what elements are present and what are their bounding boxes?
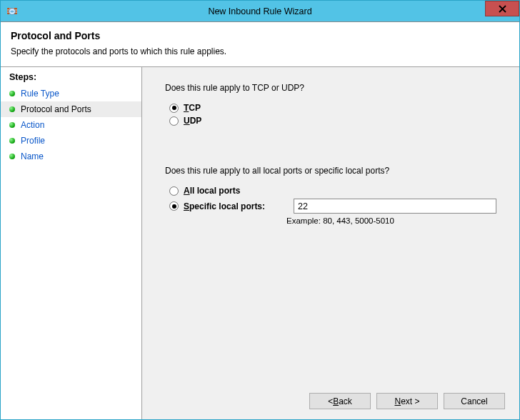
radio-udp[interactable]: UDP (169, 116, 496, 126)
titlebar[interactable]: New Inbound Rule Wizard (1, 1, 519, 22)
header: Protocol and Ports Specify the protocols… (1, 22, 519, 66)
step-name[interactable]: Name (1, 149, 141, 164)
step-label: Protocol and Ports (21, 104, 91, 114)
bullet-icon (9, 154, 15, 159)
ports-example: Example: 80, 443, 5000-5010 (286, 216, 496, 225)
back-button[interactable]: < Back (309, 393, 371, 409)
firewall-icon (6, 6, 18, 17)
bullet-icon (9, 122, 15, 128)
ports-group: All local ports Specific local ports: Ex… (169, 186, 496, 225)
step-label: Rule Type (21, 89, 59, 99)
radio-indicator (169, 201, 179, 211)
main-panel: Does this rule apply to TCP or UDP? TCP … (142, 67, 519, 419)
radio-label: Specific local ports: (184, 201, 282, 211)
radio-indicator (169, 186, 179, 196)
bullet-icon (9, 138, 15, 144)
steps-sidebar: Steps: Rule Type Protocol and Ports Acti… (1, 67, 142, 419)
radio-indicator (169, 104, 179, 113)
steps-heading: Steps: (1, 72, 141, 86)
step-action[interactable]: Action (1, 117, 141, 133)
step-label: Action (21, 120, 44, 130)
radio-specific-local-ports[interactable]: Specific local ports: (169, 199, 496, 214)
close-button[interactable] (485, 1, 519, 16)
step-rule-type[interactable]: Rule Type (1, 86, 141, 101)
radio-tcp[interactable]: TCP (169, 103, 496, 113)
protocol-group: TCP UDP (169, 103, 496, 129)
radio-label: UDP (184, 116, 201, 126)
close-icon (499, 5, 506, 13)
bullet-icon (9, 91, 15, 96)
ports-question: Does this rule apply to all local ports … (165, 166, 496, 176)
protocol-question: Does this rule apply to TCP or UDP? (165, 83, 496, 93)
radio-label: TCP (184, 103, 201, 113)
radio-label: All local ports (184, 186, 240, 196)
body: Steps: Rule Type Protocol and Ports Acti… (1, 67, 519, 419)
cancel-button[interactable]: Cancel (444, 393, 505, 409)
page-subtitle: Specify the protocols and ports to which… (11, 46, 509, 56)
page-title: Protocol and Ports (11, 30, 509, 41)
step-label: Profile (21, 136, 45, 146)
step-label: Name (21, 151, 44, 161)
radio-indicator (169, 116, 179, 126)
window-title: New Inbound Rule Wizard (1, 6, 519, 16)
step-profile[interactable]: Profile (1, 133, 141, 149)
radio-all-local-ports[interactable]: All local ports (169, 186, 496, 196)
wizard-window: New Inbound Rule Wizard Protocol and Por… (0, 0, 520, 420)
step-protocol-and-ports[interactable]: Protocol and Ports (1, 101, 141, 117)
button-bar: < Back Next > Cancel (309, 393, 505, 409)
specific-ports-input[interactable] (294, 199, 496, 214)
next-button[interactable]: Next > (376, 393, 438, 409)
bullet-icon (9, 106, 15, 112)
